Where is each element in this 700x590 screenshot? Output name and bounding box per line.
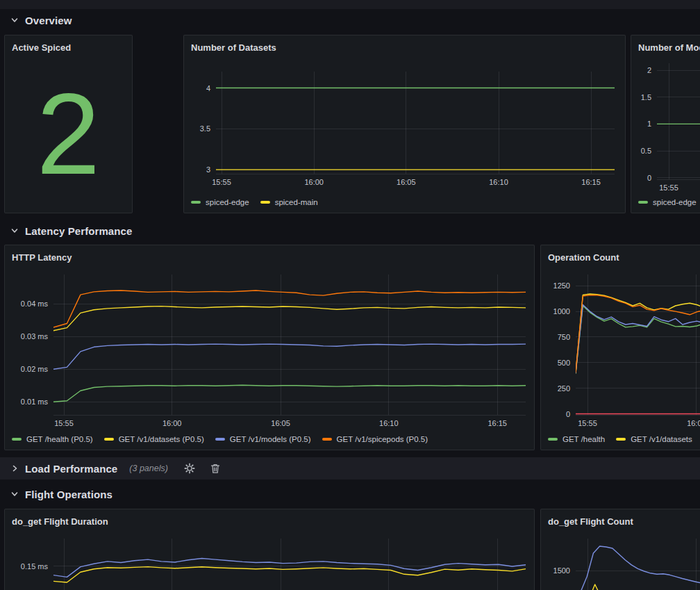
panel-number-of-datasets: Number of Datasets 33.5415:5516:0016:051…	[183, 35, 626, 213]
panel-title[interactable]: do_get Flight Count	[547, 515, 700, 530]
legend-item[interactable]: GET /v1/models (P0.5)	[215, 435, 311, 443]
svg-text:16:10: 16:10	[489, 178, 508, 186]
chevron-down-icon	[10, 490, 19, 498]
series-swatch	[548, 438, 558, 441]
section-title-latency-performance: Latency Performance	[25, 225, 132, 237]
models-chart[interactable]: 00.511.5215:55	[637, 58, 700, 197]
series-swatch	[322, 438, 332, 441]
panel-http-latency: HTTP Latency 0.01 ms0.02 ms0.03 ms0.04 m…	[4, 245, 535, 450]
grafana-dashboard: Overview Active Spiced 2 Number of Datas…	[0, 0, 700, 590]
legend: spiced-edge	[638, 197, 700, 208]
svg-text:0.03 ms: 0.03 ms	[21, 332, 49, 341]
panel-active-spiced: Active Spiced 2	[4, 35, 133, 213]
svg-text:0.5: 0.5	[641, 147, 651, 155]
panel-title[interactable]: Operation Count	[547, 251, 700, 266]
svg-text:15:55: 15:55	[54, 419, 74, 427]
series-swatch	[104, 438, 114, 441]
datasets-chart[interactable]: 33.5415:5516:0016:0516:1016:15	[190, 58, 621, 189]
svg-text:1: 1	[647, 120, 651, 128]
svg-text:750: 750	[558, 333, 570, 341]
section-header-overview[interactable]: Overview	[0, 10, 700, 31]
svg-text:16:00: 16:00	[162, 419, 182, 427]
svg-text:500: 500	[558, 359, 570, 367]
svg-text:15:55: 15:55	[578, 419, 597, 427]
svg-text:16:00: 16:00	[304, 178, 324, 186]
panel-do-get-flight-count: do_get Flight Count 150015:5516:00	[540, 509, 700, 590]
svg-text:16:00: 16:00	[687, 419, 700, 427]
svg-text:16:10: 16:10	[379, 419, 399, 427]
stat-wrap: 2	[5, 56, 132, 213]
panel-title[interactable]: HTTP Latency	[10, 251, 528, 266]
svg-text:2: 2	[647, 66, 651, 74]
svg-text:15:55: 15:55	[659, 183, 678, 192]
series-swatch	[215, 438, 225, 441]
stat-value: 2	[37, 77, 101, 192]
svg-text:0.01 ms: 0.01 ms	[21, 398, 49, 406]
section-header-flight-operations[interactable]: Flight Operations	[0, 484, 700, 505]
svg-text:0.04 ms: 0.04 ms	[21, 300, 49, 308]
chevron-down-icon	[10, 16, 19, 24]
section-header-load-performance[interactable]: Load Performance (3 panels)	[0, 457, 700, 480]
section-header-latency-performance[interactable]: Latency Performance	[0, 220, 700, 241]
legend-item[interactable]: GET /v1/datasets (P0.5)	[104, 435, 204, 443]
svg-text:0.15 ms: 0.15 ms	[21, 562, 49, 571]
svg-text:4: 4	[206, 84, 210, 92]
legend-item[interactable]: GET /v1/datasets	[616, 435, 692, 443]
operation-count-chart[interactable]: 02505007501000125015:5516:00	[547, 268, 700, 433]
legend-item[interactable]: GET /health	[548, 435, 605, 443]
legend-item[interactable]: GET /health (P0.5)	[12, 435, 93, 443]
svg-text:1000: 1000	[553, 307, 570, 316]
svg-text:3: 3	[206, 165, 210, 174]
series-swatch	[191, 201, 201, 204]
svg-text:16:05: 16:05	[397, 178, 416, 186]
top-chrome-strip	[0, 0, 700, 9]
series-swatch	[12, 438, 22, 441]
flight-duration-chart[interactable]: 0.15 ms15:5516:0016:0516:1016:15	[10, 532, 530, 590]
http-latency-chart[interactable]: 0.01 ms0.02 ms0.03 ms0.04 ms15:5516:0016…	[10, 268, 530, 433]
svg-text:1250: 1250	[553, 281, 570, 290]
series-swatch	[638, 201, 648, 204]
gear-icon[interactable]	[184, 463, 195, 474]
legend-item[interactable]: spiced-edge	[191, 198, 249, 206]
legend: spiced-edge spiced-main	[191, 197, 621, 208]
svg-text:16:15: 16:15	[488, 419, 507, 427]
chevron-down-icon	[10, 227, 19, 235]
panel-operation-count: Operation Count 02505007501000125015:551…	[540, 245, 700, 450]
legend: GET /health (P0.5) GET /v1/datasets (P0.…	[12, 434, 530, 445]
legend: GET /health GET /v1/datasets GET /v1/mod…	[548, 434, 700, 445]
panel-do-get-flight-duration: do_get Flight Duration 0.15 ms15:5516:00…	[4, 509, 535, 590]
panels-count-label: (3 panels)	[129, 464, 168, 473]
section-title-overview: Overview	[25, 15, 72, 26]
svg-text:1.5: 1.5	[641, 93, 651, 101]
series-swatch	[616, 438, 626, 441]
svg-text:16:15: 16:15	[581, 178, 601, 186]
series-swatch	[260, 201, 270, 204]
svg-text:1500: 1500	[553, 566, 570, 575]
trash-icon[interactable]	[210, 463, 221, 474]
svg-text:15:55: 15:55	[212, 178, 231, 186]
flight-count-chart[interactable]: 150015:5516:00	[547, 532, 700, 590]
panel-title[interactable]: Active Spiced	[10, 41, 126, 56]
section-title-load-performance: Load Performance	[25, 463, 117, 475]
panel-number-of-models: Number of Models 00.511.5215:55 spiced-e…	[631, 35, 700, 213]
svg-text:3.5: 3.5	[200, 124, 210, 133]
svg-text:16:05: 16:05	[271, 419, 290, 427]
section-title-flight-operations: Flight Operations	[25, 489, 112, 500]
legend-item[interactable]: spiced-edge	[638, 198, 697, 206]
svg-text:0: 0	[566, 410, 570, 418]
panel-title[interactable]: Number of Datasets	[190, 41, 619, 56]
svg-text:0: 0	[647, 174, 651, 182]
legend-item[interactable]: GET /v1/spicepods (P0.5)	[322, 435, 428, 443]
svg-text:0.02 ms: 0.02 ms	[21, 365, 49, 373]
panel-title[interactable]: do_get Flight Duration	[10, 515, 528, 530]
chevron-right-icon	[10, 464, 19, 473]
legend-item[interactable]: spiced-main	[260, 198, 318, 206]
panel-title[interactable]: Number of Models	[637, 41, 700, 56]
svg-text:250: 250	[558, 384, 570, 393]
